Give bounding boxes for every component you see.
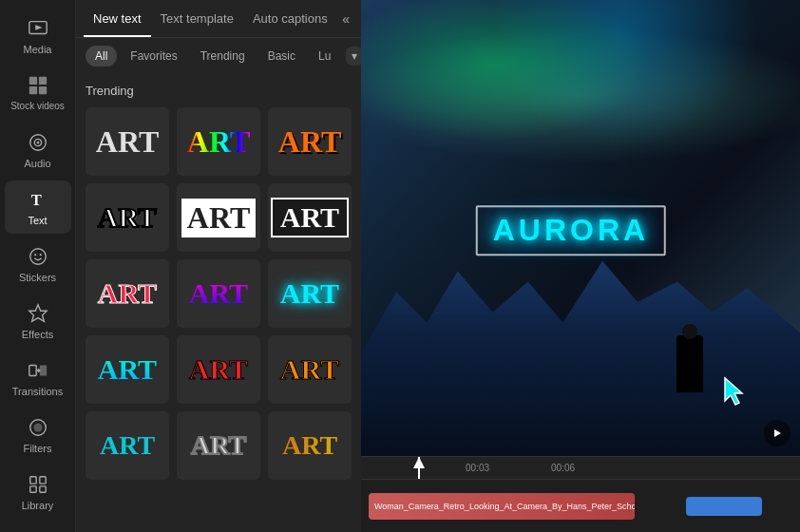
svg-rect-14 [29, 366, 35, 376]
sidebar-item-library[interactable]: Library [5, 466, 71, 519]
sidebar-item-filters[interactable]: Filters [5, 408, 71, 462]
timeline: 00:03 00:06 Woman_Camera_Retro_Looking_A… [361, 456, 800, 532]
text-style-bottom1[interactable]: ART [86, 411, 169, 480]
svg-rect-21 [39, 486, 45, 492]
sidebar: Media Stock videos Audio T Text Stickers… [0, 0, 76, 532]
sidebar-item-stock[interactable]: Stock videos [5, 66, 71, 120]
panel-content: Trending ART ART ART ART ART ART [76, 74, 361, 532]
svg-point-17 [33, 423, 42, 431]
sidebar-item-stickers[interactable]: Stickers [5, 238, 71, 291]
filter-all[interactable]: All [86, 46, 117, 66]
sidebar-item-label: Transitions [12, 386, 63, 397]
svg-marker-23 [774, 429, 781, 437]
sidebar-item-effects[interactable]: Effects [5, 294, 71, 348]
svg-text:T: T [30, 191, 41, 209]
text-style-orange2[interactable]: ART [268, 335, 352, 404]
text-style-red[interactable]: ART [86, 259, 169, 328]
sidebar-item-transitions[interactable]: Transitions [5, 352, 71, 405]
art-text: ART [278, 124, 341, 160]
art-text: ART [191, 430, 246, 461]
art-text: ART [181, 199, 256, 238]
filter-bar: All Favorites Trending Basic Lu ▾ [76, 38, 361, 74]
person-silhouette [676, 335, 703, 392]
art-text: ART [282, 430, 337, 461]
svg-rect-3 [38, 77, 46, 85]
art-text: ART [271, 198, 349, 238]
svg-point-8 [36, 142, 39, 144]
sidebar-item-media[interactable]: Media [5, 10, 71, 63]
art-text: ART [98, 353, 157, 386]
tabs-chevron[interactable]: « [338, 8, 353, 30]
section-trending-title: Trending [86, 84, 352, 98]
svg-marker-1 [35, 25, 42, 29]
tab-auto-captions[interactable]: Auto captions [243, 0, 337, 37]
text-style-orange[interactable]: ART [268, 107, 352, 176]
text-style-black[interactable]: ART [177, 183, 260, 252]
text-style-red2[interactable]: ART [177, 335, 260, 404]
filter-more-dropdown[interactable]: ▾ [346, 47, 361, 66]
sidebar-item-audio[interactable]: Audio [5, 124, 71, 177]
video-track[interactable]: Woman_Camera_Retro_Looking_At_Camera_By_… [369, 493, 635, 520]
svg-rect-4 [29, 86, 36, 94]
play-button[interactable] [764, 420, 790, 446]
svg-rect-15 [39, 366, 46, 376]
sidebar-item-label: Media [24, 44, 52, 55]
aurora-text: AURORA [493, 213, 649, 247]
aurora-text-box[interactable]: AURORA [476, 205, 666, 256]
text-style-grid: ART ART ART ART ART ART ART AR [86, 107, 352, 480]
art-text: ART [96, 124, 159, 160]
filter-trending[interactable]: Trending [191, 46, 255, 66]
text-style-plain[interactable]: ART [86, 107, 169, 176]
timeline-tracks: Woman_Camera_Retro_Looking_At_Camera_By_… [361, 480, 800, 532]
playhead[interactable] [418, 457, 420, 479]
art-text: ART [98, 277, 157, 310]
sidebar-item-label: Stickers [19, 272, 56, 283]
svg-marker-22 [725, 378, 742, 405]
tab-new-text[interactable]: New text [84, 0, 151, 37]
text-style-bottom2[interactable]: ART [177, 411, 260, 480]
sidebar-item-label: Library [22, 500, 54, 511]
svg-marker-13 [29, 305, 46, 321]
sidebar-item-label: Filters [24, 443, 52, 454]
preview-video: AURORA [361, 0, 800, 456]
svg-rect-19 [39, 477, 45, 484]
art-text: ART [280, 277, 339, 310]
text-icon: T [27, 188, 49, 211]
art-text: ART [98, 201, 157, 234]
text-style-darkbg[interactable]: ART [268, 183, 352, 252]
video-track-label: Woman_Camera_Retro_Looking_At_Camera_By_… [374, 502, 635, 511]
filters-icon [27, 416, 49, 439]
art-text: ART [100, 430, 155, 461]
timeline-ruler: 00:03 00:06 [361, 457, 800, 480]
panel-tabs: New text Text template Auto captions « [76, 0, 361, 38]
svg-point-10 [29, 249, 46, 265]
aurora-background [361, 0, 800, 319]
svg-rect-2 [29, 77, 36, 85]
sidebar-item-text[interactable]: T Text [5, 180, 71, 234]
play-icon [771, 428, 783, 439]
sidebar-item-label: Stock videos [10, 101, 65, 112]
preview-area: AURORA [361, 0, 800, 456]
svg-point-12 [39, 254, 41, 256]
filter-lu[interactable]: Lu [309, 46, 340, 66]
filter-basic[interactable]: Basic [258, 46, 305, 66]
svg-rect-18 [29, 477, 35, 484]
text-style-bottom3[interactable]: ART [268, 411, 352, 480]
text-style-rainbow[interactable]: ART [177, 107, 260, 176]
text-style-outlined[interactable]: ART [86, 183, 169, 252]
time-marker-2: 00:06 [551, 463, 575, 473]
text-style-purple[interactable]: ART [177, 259, 260, 328]
text-style-cyan[interactable]: ART [268, 259, 352, 328]
audio-icon [27, 131, 49, 154]
filter-favorites[interactable]: Favorites [121, 46, 186, 66]
text-panel: New text Text template Auto captions « A… [76, 0, 361, 532]
stock-icon [27, 74, 49, 97]
tab-text-template[interactable]: Text template [151, 0, 243, 37]
text-style-teal[interactable]: ART [86, 335, 169, 404]
library-icon [27, 473, 49, 496]
svg-rect-5 [38, 86, 46, 94]
svg-point-11 [34, 254, 36, 256]
time-marker-1: 00:03 [466, 463, 489, 473]
text-track[interactable] [686, 497, 762, 516]
art-text: ART [189, 353, 248, 386]
